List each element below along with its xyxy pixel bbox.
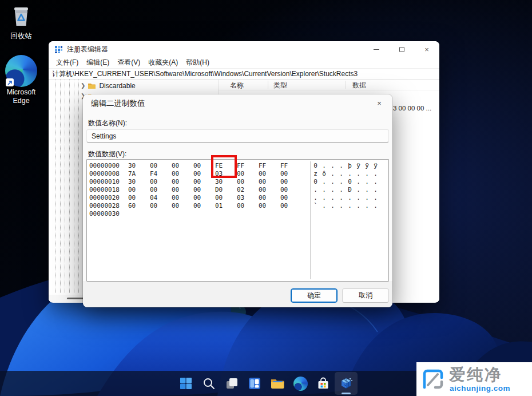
tree-guide (74, 80, 74, 293)
start-button[interactable] (174, 372, 197, 395)
hex-byte[interactable]: 00 (259, 170, 280, 178)
desktop-icon-recycle-bin[interactable]: 回收站 (0, 2, 42, 41)
address-bar[interactable]: 计算机\HKEY_CURRENT_USER\Software\Microsoft… (49, 68, 439, 80)
maximize-button[interactable] (389, 41, 414, 57)
hex-row[interactable]: 00000030 (87, 210, 388, 218)
hex-byte[interactable]: F4 (150, 170, 172, 178)
hex-byte[interactable]: 00 (172, 202, 193, 210)
hex-byte[interactable]: 01 (215, 202, 237, 210)
desktop-icon-label: 回收站 (0, 32, 42, 41)
menu-view[interactable]: 查看(V) (113, 58, 144, 68)
start-icon (179, 377, 193, 390)
hex-byte[interactable]: 03 (237, 194, 259, 202)
hex-row[interactable]: 0000000030000000FEFFFFFF0...þÿÿÿ (87, 162, 388, 170)
hex-row[interactable]: 000000087AF4000003000000zô...... (87, 170, 388, 178)
value-name-input[interactable]: Settings (86, 129, 389, 142)
hex-byte[interactable]: 00 (172, 186, 193, 194)
cancel-button[interactable]: 取消 (342, 288, 389, 303)
task-view-button[interactable] (220, 372, 243, 395)
widgets-button[interactable] (243, 372, 266, 395)
microsoft-store-button[interactable] (312, 372, 335, 395)
ascii-char: . (371, 202, 380, 210)
hex-byte[interactable]: 60 (128, 202, 150, 210)
hex-byte[interactable]: 04 (150, 194, 172, 202)
ascii-char: . (337, 194, 346, 202)
hex-byte[interactable]: 00 (172, 170, 193, 178)
hex-byte[interactable]: 00 (150, 162, 172, 170)
hex-byte[interactable]: 00 (150, 178, 172, 186)
ascii-char: . (363, 170, 371, 178)
value-name-label: 数值名称(N): (88, 118, 127, 128)
ascii-char: . (363, 178, 371, 186)
hex-byte[interactable]: 7A (128, 170, 150, 178)
hex-byte[interactable]: 00 (237, 202, 259, 210)
menu-help[interactable]: 帮助(H) (182, 58, 213, 68)
hex-byte[interactable]: 00 (237, 178, 259, 186)
hex-byte[interactable]: 00 (280, 186, 302, 194)
dialog-close-button[interactable]: × (371, 97, 388, 110)
address-path: 计算机\HKEY_CURRENT_USER\Software\Microsoft… (52, 69, 358, 79)
menu-edit[interactable]: 编辑(E) (82, 58, 113, 68)
hex-byte[interactable]: 00 (280, 202, 302, 210)
edge-button[interactable] (289, 372, 312, 395)
hex-byte[interactable]: 00 (172, 178, 193, 186)
active-app-indicator (342, 393, 351, 394)
hex-byte[interactable]: 30 (128, 178, 150, 186)
close-button[interactable]: × (414, 41, 439, 57)
hex-byte[interactable]: 00 (193, 194, 215, 202)
column-header-data[interactable]: 数据 (352, 81, 366, 90)
hex-byte[interactable]: 00 (259, 178, 280, 186)
hex-byte[interactable]: D0 (215, 186, 237, 194)
column-separator[interactable] (268, 81, 268, 89)
column-header-name[interactable]: 名称 (230, 81, 244, 90)
hex-offset: 00000008 (87, 170, 128, 178)
registry-editor-button[interactable] (335, 372, 358, 395)
hex-byte[interactable]: 00 (193, 178, 215, 186)
hex-byte[interactable]: 00 (215, 194, 237, 202)
ascii-char: . (354, 178, 363, 186)
hex-byte[interactable]: 00 (259, 202, 280, 210)
hex-byte[interactable]: 00 (128, 194, 150, 202)
chevron-right-icon[interactable]: ❯ (81, 82, 85, 89)
hex-byte[interactable]: FF (280, 162, 302, 170)
hex-byte[interactable]: 02 (237, 186, 259, 194)
hex-byte[interactable]: 30 (128, 162, 150, 170)
hex-byte[interactable]: 00 (150, 202, 172, 210)
column-header-type[interactable]: 类型 (273, 81, 287, 90)
tree-item-discardable[interactable]: ❯ Discardable (81, 81, 136, 90)
ascii-char: . (311, 194, 320, 202)
file-explorer-button[interactable] (266, 372, 289, 395)
menu-file[interactable]: 文件(F) (52, 58, 82, 68)
column-separator[interactable] (346, 81, 346, 89)
ok-button[interactable]: 确定 (291, 288, 338, 303)
hex-byte[interactable]: 00 (259, 186, 280, 194)
hex-row[interactable]: 0000001800000000D0020000....Ð... (87, 186, 388, 194)
ascii-char: Ð (346, 186, 354, 194)
hex-row[interactable]: 0000001030000000300000000...0... (87, 178, 388, 186)
hex-byte[interactable]: 00 (280, 178, 302, 186)
ascii-char: . (311, 186, 320, 194)
ascii-char: . (371, 178, 380, 186)
hex-byte[interactable]: 00 (172, 162, 193, 170)
hex-editor[interactable]: 0000000030000000FEFFFFFF0...þÿÿÿ00000008… (86, 159, 389, 282)
menu-favorites[interactable]: 收藏夹(A) (144, 58, 182, 68)
dialog-titlebar[interactable]: 编辑二进制数值 × (83, 94, 392, 112)
hex-byte[interactable]: 00 (237, 170, 259, 178)
search-button[interactable] (197, 372, 220, 395)
hex-byte[interactable]: 00 (259, 194, 280, 202)
hex-byte[interactable]: 00 (172, 194, 193, 202)
regedit-titlebar[interactable]: 注册表编辑器 × (49, 41, 439, 57)
hex-byte[interactable]: 00 (280, 194, 302, 202)
hex-byte[interactable]: 00 (128, 186, 150, 194)
hex-byte[interactable]: 00 (280, 170, 302, 178)
hex-byte[interactable]: 00 (193, 202, 215, 210)
desktop-icon-edge[interactable]: Microsoft Edge (0, 55, 42, 105)
hex-row[interactable]: 000000200004000000030000........ (87, 194, 388, 202)
hex-row[interactable]: 000000286000000001000000`....... (87, 202, 388, 210)
minimize-button[interactable] (364, 41, 389, 57)
hex-byte[interactable]: 00 (193, 186, 215, 194)
hex-byte[interactable]: 30 (215, 178, 237, 186)
hex-byte[interactable]: FF (259, 162, 280, 170)
hex-byte[interactable]: FF (237, 162, 259, 170)
hex-byte[interactable]: 00 (150, 186, 172, 194)
